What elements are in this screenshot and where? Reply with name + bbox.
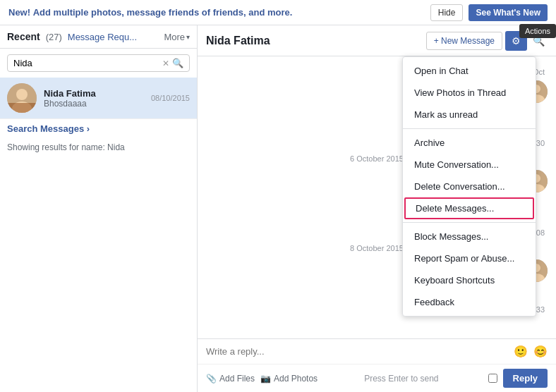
dropdown-view-photos[interactable]: View Photos in Thread bbox=[403, 82, 536, 104]
dropdown-delete-messages[interactable]: Delete Messages... bbox=[404, 197, 534, 219]
reply-input-row: 🙂 😊 bbox=[198, 339, 556, 364]
chat-name: Nida Fatima bbox=[206, 35, 426, 47]
dropdown-delete-conversation[interactable]: Delete Conversation... bbox=[403, 176, 536, 197]
svg-rect-3 bbox=[7, 103, 37, 113]
see-whats-new-button[interactable]: See What's New bbox=[469, 4, 548, 21]
avatar bbox=[7, 83, 37, 113]
reply-actions: 📎 Add Files 📷 Add Photos Press Enter to … bbox=[198, 364, 556, 392]
clear-icon[interactable]: ✕ bbox=[162, 59, 169, 68]
svg-point-1 bbox=[16, 89, 28, 100]
paperclip-icon: 📎 bbox=[206, 374, 217, 384]
search-messages-link[interactable]: Search Messages bbox=[0, 119, 197, 138]
conv-preview: Bhosdaaaa bbox=[44, 99, 151, 109]
dropdown-feedback[interactable]: Feedback bbox=[403, 291, 536, 313]
sticker-button[interactable]: 😊 bbox=[533, 345, 548, 358]
banner-desc: Add multiple photos, message friends of … bbox=[33, 7, 293, 18]
dropdown-archive[interactable]: Archive bbox=[403, 132, 536, 154]
reply-area: 🙂 😊 📎 Add Files 📷 Add Photos Press Enter… bbox=[198, 338, 556, 392]
chat-header: Nida Fatima + New Message ⚙ 🔍 bbox=[198, 25, 556, 56]
sidebar: Recent (27) Message Requ... More ✕ 🔍 Nid… bbox=[0, 25, 198, 392]
banner-text: New! Add multiple photos, message friend… bbox=[8, 7, 292, 18]
chat-area: Actions Nida Fatima + New Message ⚙ 🔍 Op… bbox=[198, 25, 556, 392]
dropdown-keyboard-shortcuts[interactable]: Keyboard Shortcuts bbox=[403, 269, 536, 291]
conv-info: Nida Fatima Bhosdaaaa bbox=[44, 88, 151, 109]
more-button[interactable]: More bbox=[164, 32, 190, 42]
dropdown-menu: Open in Chat View Photos in Thread Mark … bbox=[402, 56, 536, 317]
sidebar-header: Recent (27) Message Requ... More bbox=[0, 25, 197, 49]
search-icon[interactable]: 🔍 bbox=[172, 58, 183, 68]
add-files-button[interactable]: 📎 Add Files bbox=[206, 374, 255, 384]
dropdown-open-in-chat[interactable]: Open in Chat bbox=[403, 60, 536, 82]
dropdown-block-messages[interactable]: Block Messages... bbox=[403, 226, 536, 247]
press-enter-checkbox[interactable] bbox=[488, 374, 497, 383]
hide-button[interactable]: Hide bbox=[430, 4, 464, 21]
reply-button[interactable]: Reply bbox=[503, 369, 548, 388]
dropdown-divider-2 bbox=[403, 222, 536, 223]
banner-buttons: Hide See What's New bbox=[430, 4, 548, 21]
add-photos-button[interactable]: 📷 Add Photos bbox=[260, 374, 318, 384]
top-banner: New! Add multiple photos, message friend… bbox=[0, 0, 556, 25]
sidebar-count: (27) bbox=[46, 32, 62, 42]
dropdown-mark-unread[interactable]: Mark as unread bbox=[403, 104, 536, 125]
dropdown-report-spam[interactable]: Report Spam or Abuse... bbox=[403, 247, 536, 269]
dropdown-mute-conversation[interactable]: Mute Conversation... bbox=[403, 154, 536, 176]
actions-tooltip: Actions bbox=[519, 24, 556, 38]
search-results-info: Showing results for name: Nida bbox=[0, 138, 197, 157]
sidebar-title: Recent bbox=[7, 31, 40, 42]
new-message-button[interactable]: + New Message bbox=[426, 32, 502, 50]
main-layout: Recent (27) Message Requ... More ✕ 🔍 Nid… bbox=[0, 25, 556, 392]
conv-date: 08/10/2015 bbox=[151, 94, 190, 102]
banner-new-label: New! bbox=[8, 7, 30, 18]
reply-input[interactable] bbox=[206, 346, 508, 357]
conv-name: Nida Fatima bbox=[44, 88, 151, 99]
message-requests-link[interactable]: Message Requ... bbox=[68, 32, 137, 42]
camera-icon: 📷 bbox=[260, 374, 271, 384]
search-box: ✕ 🔍 bbox=[7, 54, 190, 72]
emoji-button[interactable]: 🙂 bbox=[514, 345, 528, 358]
dropdown-divider-1 bbox=[403, 128, 536, 129]
search-input[interactable] bbox=[13, 58, 159, 68]
actions-tooltip-label: Actions bbox=[525, 27, 550, 35]
conversation-item[interactable]: Nida Fatima Bhosdaaaa 08/10/2015 bbox=[0, 78, 197, 119]
press-enter-text: Press Enter to send bbox=[323, 374, 480, 384]
